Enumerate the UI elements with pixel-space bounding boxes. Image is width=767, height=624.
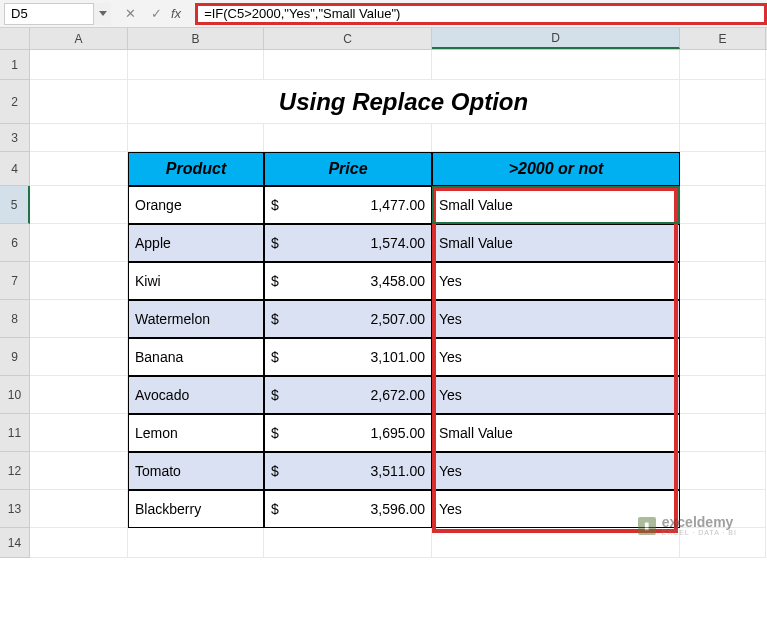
cell-E9[interactable] — [680, 338, 766, 376]
col-header-B[interactable]: B — [128, 28, 264, 49]
formula-bar: D5 ✕ ✓ fx =IF(C5>2000,"Yes","Small Value… — [0, 0, 767, 28]
name-box-dropdown[interactable] — [93, 3, 111, 25]
cell-C3[interactable] — [264, 124, 432, 152]
cell-A4[interactable] — [30, 152, 128, 186]
row-header-5[interactable]: 5 — [0, 186, 30, 224]
row-header-6[interactable]: 6 — [0, 224, 30, 262]
row-header-13[interactable]: 13 — [0, 490, 30, 528]
title-cell[interactable]: Using Replace Option — [128, 80, 680, 124]
row-header-10[interactable]: 10 — [0, 376, 30, 414]
col-header-E[interactable]: E — [680, 28, 766, 49]
cell-D5[interactable]: Small Value — [432, 186, 680, 224]
cell-A10[interactable] — [30, 376, 128, 414]
cell-B9[interactable]: Banana — [128, 338, 264, 376]
col-header-C[interactable]: C — [264, 28, 432, 49]
name-box[interactable]: D5 — [4, 3, 94, 25]
cell-C6[interactable]: $1,574.00 — [264, 224, 432, 262]
cell-D8[interactable]: Yes — [432, 300, 680, 338]
cell-B6[interactable]: Apple — [128, 224, 264, 262]
row-header-7[interactable]: 7 — [0, 262, 30, 300]
cell-A14[interactable] — [30, 528, 128, 558]
row-header-1[interactable]: 1 — [0, 50, 30, 80]
cell-D12[interactable]: Yes — [432, 452, 680, 490]
row-header-9[interactable]: 9 — [0, 338, 30, 376]
formula-enter-button[interactable]: ✓ — [145, 3, 167, 25]
cell-D10[interactable]: Yes — [432, 376, 680, 414]
cell-C9[interactable]: $3,101.00 — [264, 338, 432, 376]
formula-cancel-button[interactable]: ✕ — [119, 3, 141, 25]
row-header-2[interactable]: 2 — [0, 80, 30, 124]
cell-A5[interactable] — [30, 186, 128, 224]
cell-A8[interactable] — [30, 300, 128, 338]
row-header-8[interactable]: 8 — [0, 300, 30, 338]
column-headers: A B C D E — [0, 28, 767, 50]
row-header-3[interactable]: 3 — [0, 124, 30, 152]
cell-D1[interactable] — [432, 50, 680, 80]
cell-B10[interactable]: Avocado — [128, 376, 264, 414]
cell-B13[interactable]: Blackberry — [128, 490, 264, 528]
cell-B8[interactable]: Watermelon — [128, 300, 264, 338]
header-check[interactable]: >2000 or not — [432, 152, 680, 186]
cell-E2[interactable] — [680, 80, 766, 124]
cell-C8[interactable]: $2,507.00 — [264, 300, 432, 338]
chevron-down-icon — [99, 11, 107, 17]
cell-A3[interactable] — [30, 124, 128, 152]
cell-E6[interactable] — [680, 224, 766, 262]
cell-B5[interactable]: Orange — [128, 186, 264, 224]
cancel-icon: ✕ — [125, 6, 136, 21]
check-icon: ✓ — [151, 6, 162, 21]
cell-C7[interactable]: $3,458.00 — [264, 262, 432, 300]
cell-B1[interactable] — [128, 50, 264, 80]
cell-A7[interactable] — [30, 262, 128, 300]
cell-E4[interactable] — [680, 152, 766, 186]
page-title: Using Replace Option — [279, 88, 528, 116]
cell-D7[interactable]: Yes — [432, 262, 680, 300]
cell-A12[interactable] — [30, 452, 128, 490]
cell-C13[interactable]: $3,596.00 — [264, 490, 432, 528]
cell-D11[interactable]: Small Value — [432, 414, 680, 452]
cell-E12[interactable] — [680, 452, 766, 490]
select-all-corner[interactable] — [0, 28, 30, 49]
header-product[interactable]: Product — [128, 152, 264, 186]
col-header-D[interactable]: D — [432, 28, 680, 49]
formula-text: =IF(C5>2000,"Yes","Small Value") — [204, 6, 400, 21]
header-price[interactable]: Price — [264, 152, 432, 186]
cell-C14[interactable] — [264, 528, 432, 558]
cell-C11[interactable]: $1,695.00 — [264, 414, 432, 452]
watermark-tag: EXCEL · DATA · BI — [662, 529, 737, 536]
cell-E7[interactable] — [680, 262, 766, 300]
cell-C10[interactable]: $2,672.00 — [264, 376, 432, 414]
cell-C12[interactable]: $3,511.00 — [264, 452, 432, 490]
cell-E5[interactable] — [680, 186, 766, 224]
cell-D3[interactable] — [432, 124, 680, 152]
row-header-12[interactable]: 12 — [0, 452, 30, 490]
row-header-14[interactable]: 14 — [0, 528, 30, 558]
cell-A9[interactable] — [30, 338, 128, 376]
cell-D6[interactable]: Small Value — [432, 224, 680, 262]
cell-C5[interactable]: $1,477.00 — [264, 186, 432, 224]
cell-B7[interactable]: Kiwi — [128, 262, 264, 300]
name-box-value: D5 — [11, 6, 28, 21]
cell-C1[interactable] — [264, 50, 432, 80]
cell-A11[interactable] — [30, 414, 128, 452]
formula-input[interactable]: =IF(C5>2000,"Yes","Small Value") — [195, 3, 767, 25]
cell-E11[interactable] — [680, 414, 766, 452]
row-header-11[interactable]: 11 — [0, 414, 30, 452]
cell-B12[interactable]: Tomato — [128, 452, 264, 490]
watermark-brand: exceldemy — [662, 515, 737, 529]
cell-A1[interactable] — [30, 50, 128, 80]
col-header-A[interactable]: A — [30, 28, 128, 49]
row-header-4[interactable]: 4 — [0, 152, 30, 186]
cell-E8[interactable] — [680, 300, 766, 338]
cell-A13[interactable] — [30, 490, 128, 528]
cell-A6[interactable] — [30, 224, 128, 262]
cell-A2[interactable] — [30, 80, 128, 124]
cell-E3[interactable] — [680, 124, 766, 152]
cell-E1[interactable] — [680, 50, 766, 80]
cell-D9[interactable]: Yes — [432, 338, 680, 376]
cell-B3[interactable] — [128, 124, 264, 152]
cell-B14[interactable] — [128, 528, 264, 558]
cell-E10[interactable] — [680, 376, 766, 414]
cell-B11[interactable]: Lemon — [128, 414, 264, 452]
fx-label[interactable]: fx — [171, 6, 187, 21]
